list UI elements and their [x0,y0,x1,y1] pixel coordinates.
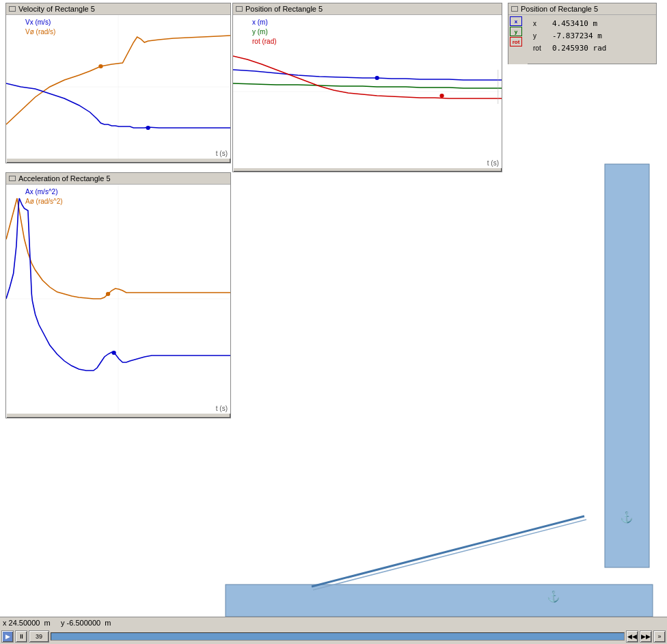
position-graph-panel: Position of Rectangle 5 x y rot x (m) y … [232,3,502,172]
position-graph-title-icon [236,6,243,12]
readout-y-row: y -7.837234 m [530,29,653,42]
velocity-title: Velocity of Rectangle 5 [18,5,95,13]
svg-rect-0 [605,164,649,567]
step-back-button[interactable]: ◀◀ [626,630,638,643]
readout-x-value: 4.453410 m [552,19,597,28]
velocity-titlebar: Velocity of Rectangle 5 [6,3,230,15]
position-axis-x: t (s) [487,159,499,167]
svg-text:⚓: ⚓ [620,511,634,524]
readout-title: Position of Rectangle 5 [521,5,598,13]
acceleration-title-icon [9,176,16,181]
pause-button[interactable]: ⏸ [15,630,27,643]
status-y-value: -6.500000 [67,619,101,627]
readout-x-row: x 4.453410 m [530,17,653,29]
acceleration-title: Acceleration of Rectangle 5 [18,174,111,183]
svg-point-12 [439,94,444,98]
svg-line-3 [313,520,586,590]
readout-rot-row: rot 0.245930 rad [530,42,653,54]
acceleration-graph: Ax (m/s^2) Aø (rad/s^2) t (s) [6,185,230,414]
status-y-label: y [61,619,65,627]
status-y-unit: m [105,619,111,627]
status-x-value: 24.50000 [9,619,40,627]
position-graph: x (m) y (m) rot (rad) t (s) [233,15,502,168]
playback-controls: ▶ ⏸ 39 ◀◀ ▶▶ » [0,630,667,643]
status-coordinates: x 24.50000 m y -6.500000 m [3,619,111,627]
readout-rot-btn[interactable]: rot [510,37,522,46]
acceleration-axis-x: t (s) [216,405,228,412]
svg-text:⚓: ⚓ [547,590,560,603]
step-forward-button[interactable]: ▶▶ [640,630,652,643]
readout-title-icon [511,6,518,12]
velocity-axis-x: t (s) [216,150,228,157]
frame-value: 39 [36,633,42,640]
svg-point-9 [146,126,150,130]
svg-rect-1 [226,585,653,617]
readout-y-label: y [533,32,549,40]
position-graph-title: Position of Rectangle 5 [245,5,323,13]
status-x-unit: m [44,619,51,627]
readout-panel: Position of Rectangle 5 x y rot x 4.4534… [508,3,657,64]
readout-y-btn[interactable]: y [510,27,522,36]
velocity-panel: Velocity of Rectangle 5 Vx Vø Vi Vø Vx (… [5,3,231,163]
status-x-label: x [3,619,7,627]
svg-line-2 [312,516,584,587]
velocity-title-icon [9,6,16,12]
timeline-slider[interactable] [51,632,625,641]
readout-sidebar: x y rot [508,15,528,64]
svg-point-17 [111,351,115,355]
more-button[interactable]: » [653,630,666,643]
readout-titlebar: Position of Rectangle 5 [508,3,656,15]
readout-rot-label: rot [533,44,549,52]
readout-y-value: -7.837234 m [552,31,602,40]
velocity-graph: Vx (m/s) Vø (rad/s) t (s) [6,15,230,159]
readout-x-btn[interactable]: x [510,16,522,26]
readout-values: x 4.453410 m y -7.837234 m rot 0.245930 … [528,15,656,64]
status-bar: x 24.50000 m y -6.500000 m ▶ ⏸ 39 ◀◀ ▶▶ … [0,617,667,644]
readout-rot-value: 0.245930 rad [552,44,606,53]
readout-x-label: x [533,20,549,27]
play-button[interactable]: ▶ [1,630,14,643]
svg-point-16 [106,292,110,296]
svg-point-11 [375,76,379,80]
svg-point-8 [98,64,103,68]
frame-number: 39 [29,630,49,643]
acceleration-titlebar: Acceleration of Rectangle 5 [6,173,230,185]
acceleration-panel: Acceleration of Rectangle 5 Ax Aø Ai Aø … [5,172,231,418]
position-graph-titlebar: Position of Rectangle 5 [233,3,502,15]
